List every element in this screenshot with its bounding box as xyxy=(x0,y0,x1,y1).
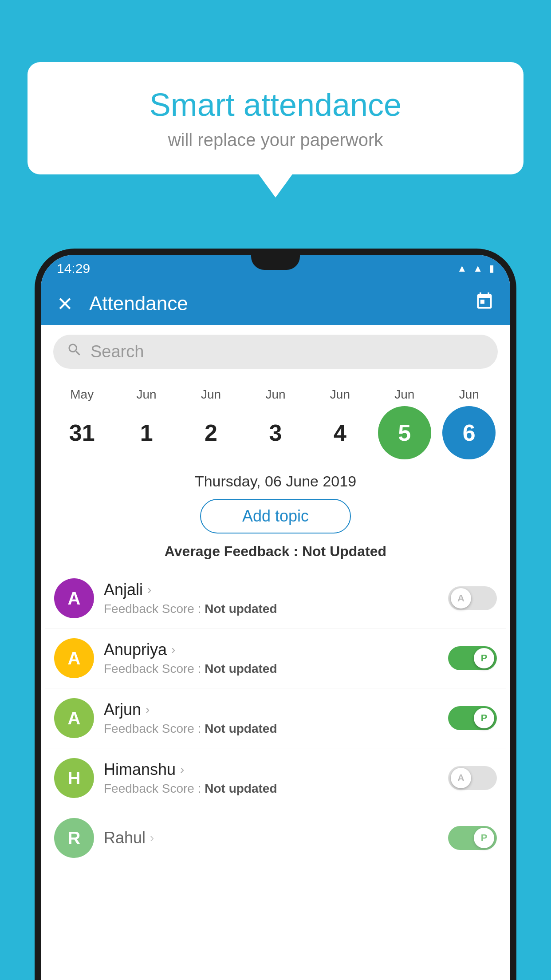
date-1[interactable]: 1 xyxy=(120,406,173,459)
toggle-thumb-anjali: A xyxy=(451,588,471,609)
avg-feedback-label: Average Feedback : xyxy=(165,543,302,559)
toggle-himanshu[interactable]: A xyxy=(448,766,497,790)
month-row: May Jun Jun Jun Jun Jun Jun xyxy=(50,387,501,402)
chevron-icon: › xyxy=(150,831,154,845)
month-0: May xyxy=(55,387,109,402)
app-bar: ✕ Attendance xyxy=(41,282,510,325)
search-placeholder: Search xyxy=(91,342,144,361)
month-2: Jun xyxy=(185,387,238,402)
feedback-anjali: Feedback Score : Not updated xyxy=(104,602,438,616)
feedback-himanshu: Feedback Score : Not updated xyxy=(104,782,438,796)
month-5: Jun xyxy=(378,387,431,402)
speech-bubble: Smart attendance will replace your paper… xyxy=(28,62,523,174)
notch xyxy=(251,255,300,270)
student-name-himanshu: Himanshu › xyxy=(104,760,438,779)
toggle-thumb-arjun: P xyxy=(474,708,494,728)
student-info-rahul: Rahul › xyxy=(104,829,438,847)
toggle-arjun[interactable]: P xyxy=(448,706,497,730)
avatar-rahul: R xyxy=(54,818,94,858)
date-3[interactable]: 3 xyxy=(249,406,302,459)
battery-icon: ▮ xyxy=(489,263,494,274)
bubble-title: Smart attendance xyxy=(54,87,497,123)
phone-frame: 14:29 ▲ ▲ ▮ ✕ Attendance S xyxy=(35,249,516,980)
selected-date-label: Thursday, 06 June 2019 xyxy=(41,473,510,490)
student-info-arjun: Arjun › Feedback Score : Not updated xyxy=(104,700,438,736)
student-row-anjali[interactable]: A Anjali › Feedback Score : Not updated … xyxy=(45,569,506,628)
bubble-subtitle: will replace your paperwork xyxy=(54,130,497,150)
avatar-anupriya: A xyxy=(54,638,94,678)
avatar-anjali: A xyxy=(54,578,94,618)
date-6-selected[interactable]: 6 xyxy=(442,406,496,459)
date-5-today[interactable]: 5 xyxy=(378,406,431,459)
student-row-rahul[interactable]: R Rahul › P xyxy=(45,808,506,868)
month-3: Jun xyxy=(249,387,302,402)
toggle-rahul[interactable]: P xyxy=(448,826,497,850)
feedback-arjun: Feedback Score : Not updated xyxy=(104,722,438,736)
student-row-arjun[interactable]: A Arjun › Feedback Score : Not updated P xyxy=(45,688,506,748)
chevron-icon: › xyxy=(171,643,175,657)
search-icon xyxy=(67,342,83,362)
status-bar: 14:29 ▲ ▲ ▮ xyxy=(41,255,510,282)
student-info-himanshu: Himanshu › Feedback Score : Not updated xyxy=(104,760,438,796)
date-row: 31 1 2 3 4 5 6 xyxy=(50,406,501,468)
search-bar[interactable]: Search xyxy=(53,335,498,369)
feedback-anupriya: Feedback Score : Not updated xyxy=(104,662,438,676)
status-time: 14:29 xyxy=(57,261,90,276)
calendar: May Jun Jun Jun Jun Jun Jun 31 1 2 3 4 5… xyxy=(41,379,510,468)
student-info-anjali: Anjali › Feedback Score : Not updated xyxy=(104,581,438,616)
phone-screen: 14:29 ▲ ▲ ▮ ✕ Attendance S xyxy=(41,255,510,980)
student-name-anupriya: Anupriya › xyxy=(104,640,438,659)
calendar-icon[interactable] xyxy=(475,292,494,316)
month-6: Jun xyxy=(442,387,496,402)
status-icons: ▲ ▲ ▮ xyxy=(457,263,494,274)
student-name-anjali: Anjali › xyxy=(104,581,438,599)
date-4[interactable]: 4 xyxy=(313,406,366,459)
chevron-icon: › xyxy=(180,763,184,777)
app-bar-title: Attendance xyxy=(89,292,459,315)
close-button[interactable]: ✕ xyxy=(57,292,73,315)
date-31[interactable]: 31 xyxy=(55,406,109,459)
student-row-himanshu[interactable]: H Himanshu › Feedback Score : Not update… xyxy=(45,748,506,808)
avg-feedback: Average Feedback : Not Updated xyxy=(41,543,510,560)
student-info-anupriya: Anupriya › Feedback Score : Not updated xyxy=(104,640,438,676)
toggle-thumb-anupriya: P xyxy=(474,648,494,668)
chevron-icon: › xyxy=(146,703,150,717)
signal-icon: ▲ xyxy=(473,263,483,274)
student-list: A Anjali › Feedback Score : Not updated … xyxy=(41,569,510,868)
date-2[interactable]: 2 xyxy=(185,406,238,459)
avatar-arjun: A xyxy=(54,698,94,738)
chevron-icon: › xyxy=(147,583,151,597)
toggle-thumb-rahul: P xyxy=(474,828,494,848)
wifi-icon: ▲ xyxy=(457,263,467,274)
add-topic-button[interactable]: Add topic xyxy=(200,499,351,533)
student-name-rahul: Rahul › xyxy=(104,829,438,847)
toggle-anupriya[interactable]: P xyxy=(448,646,497,670)
month-1: Jun xyxy=(120,387,173,402)
student-name-arjun: Arjun › xyxy=(104,700,438,719)
toggle-anjali[interactable]: A xyxy=(448,586,497,610)
month-4: Jun xyxy=(313,387,366,402)
student-row-anupriya[interactable]: A Anupriya › Feedback Score : Not update… xyxy=(45,628,506,688)
avg-feedback-value: Not Updated xyxy=(302,543,386,559)
avatar-himanshu: H xyxy=(54,758,94,798)
toggle-thumb-himanshu: A xyxy=(451,768,471,788)
